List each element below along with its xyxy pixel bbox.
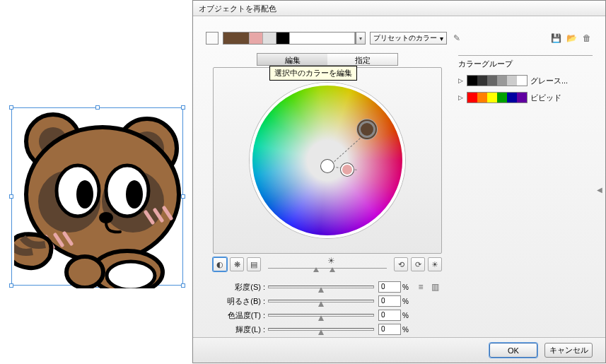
wheel-bars-icon[interactable]: ▤: [247, 257, 261, 271]
align-icon[interactable]: ≡: [415, 281, 426, 293]
color-group-row[interactable]: ▷ グレース...: [458, 74, 593, 88]
color-wheel-area: [213, 67, 442, 254]
recolor-dialog: オブジェクトを再配色 ▾ プリセットのカラー ▾ ✎ 💾 📂: [192, 0, 606, 363]
adjust-sliders: 彩度(S) : 0 % ≡ ▥ 明るさ(B) : 0 % 色温度(T): [206, 281, 449, 337]
percent-label: %: [401, 312, 412, 319]
selection-handle[interactable]: [9, 105, 13, 110]
dialog-title: オブジェクトを再配色: [193, 1, 605, 16]
wheel-marker-base[interactable]: [359, 121, 375, 138]
slider-thumb[interactable]: [318, 329, 324, 335]
color-groups-panel: カラーグループ ▷ グレース... ▷ ビビッド: [458, 55, 593, 345]
luminance-value[interactable]: 0: [378, 324, 401, 335]
color-wheel[interactable]: [250, 83, 405, 238]
wheel-smooth-icon[interactable]: ◐: [213, 257, 227, 271]
color-group-row[interactable]: ▷ ビビッド: [458, 90, 593, 105]
wheel-segmented-icon[interactable]: ❋: [230, 257, 244, 271]
percent-label: %: [401, 283, 412, 291]
luminance-slider[interactable]: [268, 328, 374, 331]
temperature-label: 色温度(T) :: [206, 310, 268, 321]
preset-select[interactable]: プリセットのカラー ▾: [370, 32, 447, 45]
slider-thumb[interactable]: [330, 267, 335, 272]
swatch-dropdown-icon[interactable]: ▾: [356, 32, 366, 45]
dialog-body: ▾ プリセットのカラー ▾ ✎ 💾 📂 🗑 編集 指定 選択中のカラーを編集: [193, 16, 605, 337]
selection-handle[interactable]: [9, 283, 13, 288]
sun-icon: ☀: [327, 256, 335, 266]
active-color-swatch[interactable]: [206, 32, 218, 45]
saturation-slider[interactable]: [268, 286, 374, 288]
delete-group-icon[interactable]: 🗑: [581, 33, 593, 44]
wheel-marker-pink[interactable]: [341, 163, 354, 176]
percent-label: %: [401, 326, 412, 334]
group-name: ビビッド: [530, 93, 593, 103]
expand-icon[interactable]: ▷: [458, 77, 464, 84]
saturation-label: 彩度(S) :: [206, 282, 268, 293]
tab-assign[interactable]: 指定: [327, 54, 397, 65]
tabs: 編集 指定: [257, 53, 398, 66]
cancel-button[interactable]: キャンセル: [544, 343, 593, 358]
collapse-panel-icon[interactable]: ◀: [597, 186, 604, 196]
edit-preset-icon[interactable]: ✎: [451, 33, 462, 44]
ok-button[interactable]: OK: [489, 343, 537, 358]
luminance-label: 輝度(L) :: [206, 324, 268, 335]
svg-point-19: [66, 257, 103, 288]
link-harmony-icon[interactable]: ⟲: [394, 257, 408, 271]
selection-handle[interactable]: [9, 194, 13, 199]
brightness-value[interactable]: 0: [378, 295, 401, 307]
brightness-slider-2[interactable]: [268, 300, 374, 303]
group-name: グレース...: [530, 76, 593, 86]
preset-select-label: プリセットのカラー: [373, 33, 437, 43]
tooltip: 選択中のカラーを編集: [269, 66, 357, 81]
wheel-marker-white[interactable]: [321, 160, 334, 172]
open-group-icon[interactable]: 📂: [566, 33, 577, 44]
group-swatches-grayscale: [467, 75, 528, 86]
save-group-icon[interactable]: 💾: [550, 33, 561, 44]
slider-thumb[interactable]: [318, 301, 324, 307]
distribute-icon[interactable]: ▥: [429, 281, 441, 293]
edit-panel: 編集 指定 選択中のカラーを編集 ◐ ❋ ▤ ☀: [206, 53, 449, 343]
canvas-area: [0, 0, 192, 364]
slider-thumb[interactable]: [318, 287, 324, 293]
temperature-slider[interactable]: [268, 314, 374, 317]
svg-point-9: [76, 180, 93, 209]
color-swatch-row[interactable]: [223, 32, 356, 45]
svg-point-20: [107, 262, 155, 288]
percent-label: %: [401, 298, 412, 305]
wheel-mode-controls: ◐ ❋ ▤ ☀ ⟲ ⟳ ☀: [213, 257, 442, 272]
chevron-down-icon: ▾: [440, 35, 443, 42]
brightness-mode-icon[interactable]: ☀: [428, 257, 442, 271]
slider-thumb[interactable]: [318, 315, 324, 321]
svg-point-10: [126, 180, 143, 209]
color-groups-title: カラーグループ: [458, 59, 593, 69]
unlink-harmony-icon[interactable]: ⟳: [411, 257, 425, 271]
dialog-toolbar: ▾ プリセットのカラー ▾ ✎ 💾 📂 🗑: [206, 30, 593, 46]
tab-edit[interactable]: 編集: [257, 54, 327, 65]
selection-bounding-box[interactable]: [11, 107, 183, 286]
expand-icon[interactable]: ▷: [458, 94, 464, 101]
saturation-value[interactable]: 0: [378, 281, 401, 293]
dialog-footer: OK キャンセル: [193, 337, 605, 363]
brightness-label: 明るさ(B) :: [206, 296, 268, 307]
brightness-slider[interactable]: ☀: [268, 260, 387, 269]
group-swatches-vivid: [467, 92, 528, 103]
temperature-value[interactable]: 0: [378, 310, 401, 321]
slider-thumb[interactable]: [313, 267, 319, 272]
